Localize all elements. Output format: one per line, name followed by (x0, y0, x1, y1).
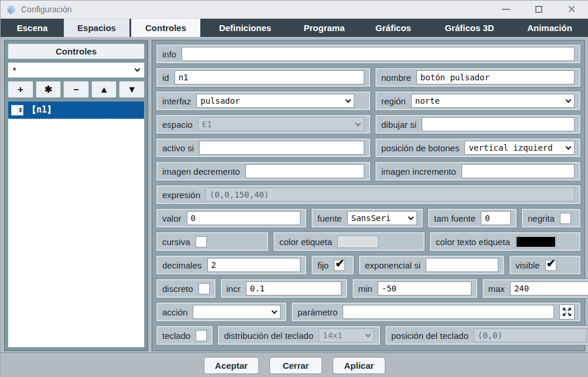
exponencial-si-input[interactable] (426, 258, 498, 272)
visible-label: visible (515, 260, 540, 270)
field-nombre: nombre (375, 67, 581, 87)
decimales-input[interactable] (207, 258, 300, 272)
expresion-label: expresión (162, 190, 200, 200)
id-input[interactable] (175, 70, 364, 84)
titlebar: Configuración ✕ (1, 1, 588, 19)
nombre-label: nombre (381, 73, 411, 83)
duplicate-control-button[interactable]: ✱ (36, 81, 61, 98)
fijo-checkbox[interactable]: ✔ (334, 260, 345, 271)
field-valor: valor (156, 208, 307, 228)
add-control-button[interactable]: + (8, 81, 33, 98)
window-title: Configuración (21, 5, 71, 14)
remove-control-button[interactable]: − (63, 81, 89, 98)
cursiva-checkbox[interactable] (196, 236, 207, 247)
dibujar-si-input[interactable] (422, 117, 575, 131)
id-label: id (162, 73, 169, 83)
region-select[interactable]: norte (411, 94, 575, 108)
parametro-input[interactable] (343, 305, 554, 319)
tab-definiciones[interactable]: Definiciones (200, 19, 290, 37)
fuente-label: fuente (317, 213, 342, 223)
visible-checkbox[interactable]: ✔ (545, 260, 556, 271)
field-info: info (156, 44, 581, 64)
dialog-footer: Aceptar Cerrar Aplicar (1, 352, 588, 377)
tam-fuente-label: tam fuente (434, 213, 476, 223)
interfaz-select[interactable]: pulsador (196, 94, 354, 108)
controls-sidebar: Controles * + ✱ − ▲ ▼ 【n1】 (4, 40, 148, 351)
teclado-checkbox[interactable] (196, 330, 207, 341)
minimize-button[interactable] (500, 3, 512, 16)
max-label: max (488, 284, 505, 294)
color-etiqueta-swatch[interactable] (337, 236, 378, 248)
list-item-n1[interactable]: 【n1】 (8, 101, 144, 119)
tab-escena[interactable]: Escena (1, 19, 64, 37)
posicion-botones-label: posición de botones (381, 143, 459, 153)
expand-editor-button[interactable] (559, 304, 575, 320)
posicion-teclado-label: posición del teclado (391, 331, 469, 341)
tab-graficos-3d[interactable]: Gráficos 3D (428, 19, 511, 37)
chevron-down-icon (566, 144, 572, 150)
discreto-checkbox[interactable] (199, 283, 210, 294)
accept-button[interactable]: Aceptar (204, 357, 259, 374)
chevron-down-icon (346, 97, 351, 103)
accion-select[interactable] (193, 305, 281, 319)
close-icon: ✕ (567, 4, 576, 15)
controls-list: 【n1】 (8, 101, 145, 348)
interfaz-label: interfaz (162, 96, 191, 106)
espacio-select-disabled: E1 (198, 117, 364, 131)
tab-espacios[interactable]: Espacios (64, 19, 129, 37)
control-filter-select[interactable]: * (8, 62, 145, 78)
apply-button[interactable]: Aplicar (333, 357, 385, 374)
valor-input[interactable] (187, 211, 300, 225)
imagen-decremento-input[interactable] (245, 164, 364, 178)
tab-programa[interactable]: Programa (290, 19, 358, 37)
chevron-down-icon (408, 214, 414, 220)
field-region: región norte (375, 91, 581, 111)
min-input[interactable] (378, 281, 471, 296)
imagen-incremento-label: imagen incremento (381, 167, 456, 176)
expresion-readonly-input (206, 188, 575, 202)
distribucion-teclado-label: distribución del teclado (224, 331, 313, 341)
minimize-icon (502, 9, 510, 10)
decimales-label: decimales (162, 260, 202, 270)
close-button[interactable]: ✕ (565, 3, 578, 16)
max-input[interactable] (510, 281, 588, 296)
list-item-label: 【n1】 (28, 104, 56, 116)
tab-controles[interactable]: Controles (129, 19, 200, 37)
incr-input[interactable] (246, 281, 341, 296)
field-imagen-incremento: imagen incremento (375, 161, 581, 181)
tab-animacion[interactable]: Animación (511, 19, 588, 37)
spinner-control-icon (11, 105, 23, 116)
move-down-button[interactable]: ▼ (119, 81, 145, 98)
posicion-botones-select[interactable]: vertical izquierd (464, 141, 575, 155)
field-accion: acción (156, 302, 287, 322)
posicion-teclado-readonly-input (474, 328, 587, 342)
discreto-label: discreto (162, 284, 193, 294)
distribucion-teclado-select-disabled: 14x1 (319, 328, 374, 342)
tabbar: Escena Espacios Controles Definiciones P… (1, 19, 588, 37)
control-properties-panel: info id nombre interfaz pulsad (152, 40, 585, 351)
fuente-select[interactable]: SansSeri (347, 211, 417, 225)
activo-si-input[interactable] (199, 141, 364, 155)
valor-label: valor (162, 213, 182, 223)
field-expresion: expresión (156, 185, 581, 205)
move-up-button[interactable]: ▲ (91, 81, 117, 98)
close-dialog-button[interactable]: Cerrar (269, 357, 322, 374)
color-texto-etiqueta-label: color texto etiqueta (436, 237, 510, 247)
sidebar-title: Controles (8, 43, 145, 59)
field-posicion-botones: posición de botones vertical izquierd (375, 138, 581, 158)
imagen-decremento-label: imagen decremento (162, 167, 240, 176)
info-label: info (162, 49, 176, 59)
nombre-input[interactable] (416, 70, 575, 84)
field-id: id (156, 67, 371, 87)
tam-fuente-input[interactable] (481, 211, 511, 225)
maximize-button[interactable] (532, 3, 545, 16)
tab-graficos[interactable]: Gráficos (358, 19, 428, 37)
color-etiqueta-label: color etiqueta (279, 237, 332, 247)
imagen-incremento-input[interactable] (461, 164, 575, 178)
teclado-label: teclado (162, 331, 190, 341)
negrita-checkbox[interactable] (560, 213, 571, 224)
color-texto-etiqueta-swatch[interactable] (515, 236, 556, 248)
field-interfaz: interfaz pulsador (156, 91, 371, 111)
field-distribucion-teclado: distribución del teclado 14x1 (217, 325, 381, 345)
info-input[interactable] (182, 47, 575, 61)
